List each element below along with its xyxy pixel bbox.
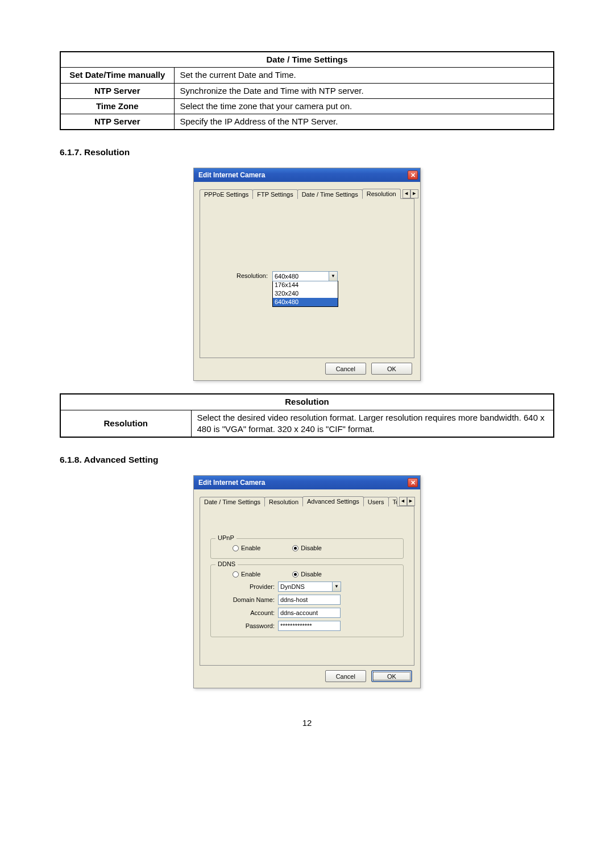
advanced-dialog: Edit Internet Camera ✕ Date / Time Setti… — [193, 475, 421, 688]
password-label: Password: — [217, 622, 278, 629]
resolution-option[interactable]: 320x240 — [273, 289, 338, 298]
resolution-option[interactable]: 176x144 — [273, 281, 338, 289]
section-heading-resolution: 6.1.7. Resolution — [60, 147, 554, 157]
table-row: Set Date/Time manually Set the current D… — [60, 68, 554, 83]
tab-strip: PPPoE Settings FTP Settings Date / Time … — [200, 186, 414, 199]
provider-value[interactable]: DynDNS — [278, 582, 333, 592]
table-header: Resolution — [60, 394, 554, 410]
datetime-settings-table: Date / Time Settings Set Date/Time manua… — [60, 51, 554, 130]
tab-resolution[interactable]: Resolution — [362, 189, 401, 199]
upnp-fieldset: UPnP Enable Disable — [210, 538, 404, 559]
radio-icon — [233, 545, 239, 551]
close-icon[interactable]: ✕ — [408, 478, 418, 487]
cancel-button[interactable]: Cancel — [325, 363, 366, 375]
ddns-fieldset: DDNS Enable Disable Provider: — [210, 564, 404, 637]
radio-label: Disable — [301, 571, 322, 578]
dialog-title: Edit Internet Camera — [198, 168, 265, 182]
table-row: NTP Server Synchronize the Date and Time… — [60, 83, 554, 98]
chevron-down-icon[interactable]: ▼ — [329, 271, 338, 281]
cancel-button[interactable]: Cancel — [325, 670, 366, 682]
ok-button[interactable]: OK — [371, 670, 412, 682]
ddns-disable-radio[interactable]: Disable — [292, 571, 322, 578]
resolution-dialog: Edit Internet Camera ✕ PPPoE Settings FT… — [193, 168, 421, 381]
row-desc: Specify the IP Address of the NTP Server… — [174, 114, 554, 130]
row-label: Time Zone — [60, 98, 174, 114]
dialog-title: Edit Internet Camera — [198, 476, 265, 489]
account-label: Account: — [217, 609, 278, 616]
table-row: Resolution Select the desired video reso… — [60, 410, 554, 437]
tab-pane: Resolution: 640x480▼ 176x144 320x240 640… — [200, 199, 414, 358]
row-label: Resolution — [60, 410, 191, 437]
row-desc: Select the desired video resolution form… — [191, 410, 554, 437]
account-input[interactable]: ddns-account — [278, 608, 341, 618]
ddns-legend: DDNS — [215, 560, 238, 567]
tab-pane: UPnP Enable Disable DDNS — [200, 506, 414, 666]
tab-strip: Date / Time Settings Resolution Advanced… — [200, 494, 414, 506]
provider-combo[interactable]: DynDNS▼ — [278, 582, 341, 592]
upnp-disable-radio[interactable]: Disable — [292, 545, 322, 551]
row-label: NTP Server — [60, 114, 174, 130]
tab-pppoe[interactable]: PPPoE Settings — [200, 189, 253, 199]
radio-icon — [292, 571, 298, 578]
row-label: NTP Server — [60, 83, 174, 98]
dialog-titlebar: Edit Internet Camera ✕ — [194, 476, 420, 489]
dialog-titlebar: Edit Internet Camera ✕ — [194, 168, 420, 182]
tab-scroll-right-icon[interactable]: ► — [407, 497, 415, 506]
section-heading-advanced: 6.1.8. Advanced Setting — [60, 455, 554, 465]
resolution-option-list: 176x144 320x240 640x480 — [272, 281, 338, 307]
chevron-down-icon[interactable]: ▼ — [333, 582, 341, 592]
tab-advanced[interactable]: Advanced Settings — [302, 496, 364, 506]
upnp-legend: UPnP — [215, 534, 237, 541]
row-desc: Set the current Date and Time. — [174, 68, 554, 83]
domain-name-input[interactable]: ddns-host — [278, 595, 341, 605]
tab-resolution[interactable]: Resolution — [264, 497, 303, 506]
radio-label: Enable — [241, 571, 260, 578]
tab-users[interactable]: Users — [363, 497, 389, 506]
domain-name-label: Domain Name: — [217, 596, 278, 603]
row-desc: Synchronize the Date and Time with NTP s… — [174, 83, 554, 98]
radio-icon — [233, 571, 239, 578]
radio-label: Disable — [301, 545, 322, 551]
tab-ftp[interactable]: FTP Settings — [252, 189, 297, 199]
tab-truncated[interactable]: To — [388, 497, 397, 506]
tab-scroll-left-icon[interactable]: ◄ — [399, 497, 407, 506]
resolution-value[interactable]: 640x480 — [272, 271, 329, 281]
tab-datetime[interactable]: Date / Time Settings — [297, 189, 363, 199]
table-row: NTP Server Specify the IP Address of the… — [60, 114, 554, 130]
tab-scroll-left-icon[interactable]: ◄ — [403, 189, 410, 198]
resolution-settings-table: Resolution Resolution Select the desired… — [60, 393, 554, 438]
page-number: 12 — [60, 718, 554, 728]
table-row: Time Zone Select the time zone that your… — [60, 98, 554, 114]
table-header: Date / Time Settings — [60, 52, 554, 68]
ddns-enable-radio[interactable]: Enable — [233, 571, 260, 578]
ok-button[interactable]: OK — [371, 363, 412, 375]
radio-label: Enable — [241, 545, 260, 551]
tab-scroll-right-icon[interactable]: ► — [410, 189, 418, 198]
tab-datetime[interactable]: Date / Time Settings — [200, 497, 265, 506]
row-label: Set Date/Time manually — [60, 68, 174, 83]
upnp-enable-radio[interactable]: Enable — [233, 545, 260, 551]
resolution-combo[interactable]: 640x480▼ — [272, 271, 338, 281]
provider-label: Provider: — [217, 583, 278, 590]
password-input[interactable]: ************* — [278, 621, 341, 631]
close-icon[interactable]: ✕ — [408, 171, 418, 180]
radio-icon — [292, 545, 298, 551]
resolution-label: Resolution: — [207, 271, 272, 279]
row-desc: Select the time zone that your camera pu… — [174, 98, 554, 114]
resolution-option[interactable]: 640x480 — [273, 298, 338, 306]
